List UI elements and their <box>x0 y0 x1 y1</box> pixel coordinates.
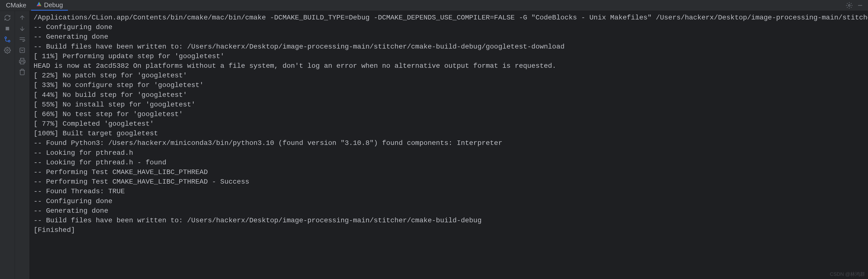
minimize-icon[interactable] <box>856 1 864 9</box>
tab-cmake-label: CMake <box>6 1 26 9</box>
console-line: -- Build files have been written to: /Us… <box>34 216 864 225</box>
console-line: -- Performing Test CMAKE_HAVE_LIBC_PTHRE… <box>34 177 864 186</box>
console-line: -- Generating done <box>34 32 864 42</box>
console-line: -- Found Threads: TRUE <box>34 186 864 196</box>
console-line: -- Generating done <box>34 206 864 216</box>
tab-bar: CMake Debug <box>0 0 868 11</box>
console-line: HEAD is now at 2acd5382 On platforms wit… <box>34 61 864 71</box>
console-line: [ 55%] No install step for 'googletest' <box>34 100 864 109</box>
console-output[interactable]: /Applications/CLion.app/Contents/bin/cma… <box>30 11 868 279</box>
console-line: -- Configuring done <box>34 197 864 206</box>
console-line: -- Looking for pthread.h - found <box>34 158 864 167</box>
changes-icon[interactable] <box>2 35 12 44</box>
svg-rect-9 <box>20 48 25 53</box>
left-toolbar <box>0 11 15 279</box>
trash-icon[interactable] <box>17 67 27 77</box>
svg-point-5 <box>6 49 8 51</box>
settings-icon[interactable] <box>2 45 12 55</box>
tab-debug[interactable]: Debug <box>31 0 68 10</box>
console-line: [Finished] <box>34 225 864 235</box>
soft-wrap-icon[interactable] <box>17 35 27 44</box>
console-line: [ 77%] Completed 'googletest' <box>34 119 864 129</box>
watermark: CSDN @林鸿群 <box>830 271 865 278</box>
scroll-to-end-icon[interactable] <box>17 45 27 55</box>
tab-debug-label: Debug <box>44 1 63 9</box>
console-line: /Applications/CLion.app/Contents/bin/cma… <box>34 13 864 23</box>
gear-icon[interactable] <box>845 1 853 9</box>
console-line: [ 22%] No patch step for 'googletest' <box>34 71 864 80</box>
second-toolbar <box>15 11 30 279</box>
console-line: -- Configuring done <box>34 23 864 32</box>
svg-rect-10 <box>21 62 24 64</box>
console-line: [ 44%] No build step for 'googletest' <box>34 90 864 100</box>
console-line: [100%] Built target googletest <box>34 129 864 138</box>
svg-point-0 <box>848 4 850 6</box>
arrow-up-icon[interactable] <box>17 13 27 23</box>
svg-rect-2 <box>6 27 9 30</box>
console-line: [ 11%] Performing update step for 'googl… <box>34 51 864 61</box>
svg-point-3 <box>5 37 6 39</box>
cmake-triangle-icon <box>36 1 42 9</box>
console-line: -- Looking for pthread.h <box>34 148 864 158</box>
console-line: -- Found Python3: /Users/hackerx/minicon… <box>34 138 864 148</box>
print-icon[interactable] <box>17 56 27 66</box>
arrow-down-icon[interactable] <box>17 24 27 34</box>
refresh-icon[interactable] <box>2 13 12 23</box>
tab-cmake[interactable]: CMake <box>1 0 31 10</box>
stop-icon[interactable] <box>2 24 12 34</box>
svg-point-4 <box>8 40 10 42</box>
console-line: [ 66%] No test step for 'googletest' <box>34 109 864 119</box>
console-line: -- Performing Test CMAKE_HAVE_LIBC_PTHRE… <box>34 167 864 177</box>
console-line: -- Build files have been written to: /Us… <box>34 42 864 51</box>
console-line: [ 33%] No configure step for 'googletest… <box>34 80 864 90</box>
